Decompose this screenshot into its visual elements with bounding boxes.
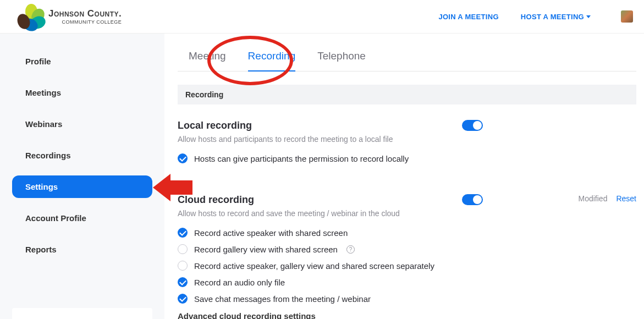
cloud-checkbox[interactable] [178, 261, 188, 271]
sidebar: ProfileMeetingsWebinarsRecordingsSetting… [0, 34, 164, 319]
cloud-option-label: Record an audio only file [194, 278, 285, 287]
info-icon[interactable]: ? [346, 245, 355, 254]
org-logo: Johnson County. COMMUNITY COLLEGE [16, 5, 122, 28]
cloud-recording-title: Cloud recording [178, 194, 450, 206]
cloud-option-label: Record active speaker with shared screen [194, 228, 348, 238]
local-option: Hosts can give participants the permissi… [178, 153, 636, 163]
cloud-option-label: Record active speaker, gallery view and … [194, 261, 434, 271]
cloud-checkbox[interactable] [178, 228, 188, 238]
cloud-recording-options: Record active speaker with shared screen… [178, 228, 636, 304]
cloud-recording-block: Cloud recording Allow hosts to record an… [178, 194, 636, 218]
cloud-checkbox[interactable] [178, 244, 188, 254]
tab-telephone[interactable]: Telephone [306, 42, 377, 71]
cloud-checkbox[interactable] [178, 294, 188, 304]
local-checkbox[interactable] [178, 153, 188, 163]
section-header: Recording [178, 85, 636, 105]
cloud-option: Record active speaker, gallery view and … [178, 261, 636, 271]
tab-meeting[interactable]: Meeting [178, 42, 237, 71]
cloud-option: Record an audio only file [178, 277, 636, 287]
tabs: MeetingRecordingTelephone [178, 42, 636, 72]
cloud-option: Record active speaker with shared screen [178, 228, 636, 238]
avatar[interactable] [621, 10, 633, 23]
join-meeting-link[interactable]: JOIN A MEETING [438, 13, 498, 21]
org-name: Johnson County. [48, 8, 122, 19]
cloud-option-label: Save chat messages from the meeting / we… [194, 294, 371, 304]
cloud-checkbox[interactable] [178, 277, 188, 287]
cloud-recording-desc: Allow hosts to record and save the meeti… [178, 209, 450, 218]
reset-link[interactable]: Reset [616, 194, 636, 203]
logo-icon [16, 5, 43, 28]
advanced-cloud-heading: Advanced cloud recording settings [178, 311, 636, 319]
help-box: Attend Live TrainingVideo TutorialsKnowl… [12, 308, 152, 319]
local-recording-title: Local recording [178, 120, 450, 131]
sidebar-item-reports[interactable]: Reports [12, 238, 152, 261]
tab-recording[interactable]: Recording [237, 42, 307, 71]
local-recording-block: Local recording Allow hosts and particip… [178, 120, 636, 144]
local-recording-toggle[interactable] [462, 120, 483, 131]
modified-label: Modified [579, 194, 608, 203]
cloud-option-label: Record gallery view with shared screen [194, 245, 338, 254]
header: Johnson County. COMMUNITY COLLEGE JOIN A… [0, 0, 644, 34]
sidebar-item-webinars[interactable]: Webinars [12, 113, 152, 135]
sidebar-item-profile[interactable]: Profile [12, 50, 152, 73]
cloud-recording-toggle[interactable] [462, 194, 483, 205]
sidebar-item-meetings[interactable]: Meetings [12, 81, 152, 104]
cloud-option: Record gallery view with shared screen? [178, 244, 636, 254]
org-subname: COMMUNITY COLLEGE [48, 19, 122, 25]
sidebar-item-account-profile[interactable]: Account Profile [12, 207, 152, 229]
host-meeting-dropdown[interactable]: HOST A MEETING [521, 13, 591, 21]
local-option-label: Hosts can give participants the permissi… [194, 154, 409, 163]
cloud-option: Save chat messages from the meeting / we… [178, 294, 636, 304]
sidebar-item-recordings[interactable]: Recordings [12, 144, 152, 167]
sidebar-item-settings[interactable]: Settings [12, 175, 152, 198]
local-recording-desc: Allow hosts and participants to record t… [178, 135, 450, 144]
host-meeting-label: HOST A MEETING [521, 13, 584, 21]
main: MeetingRecordingTelephone Recording Loca… [164, 34, 644, 319]
chevron-down-icon [586, 15, 591, 18]
local-recording-options: Hosts can give participants the permissi… [178, 153, 636, 163]
